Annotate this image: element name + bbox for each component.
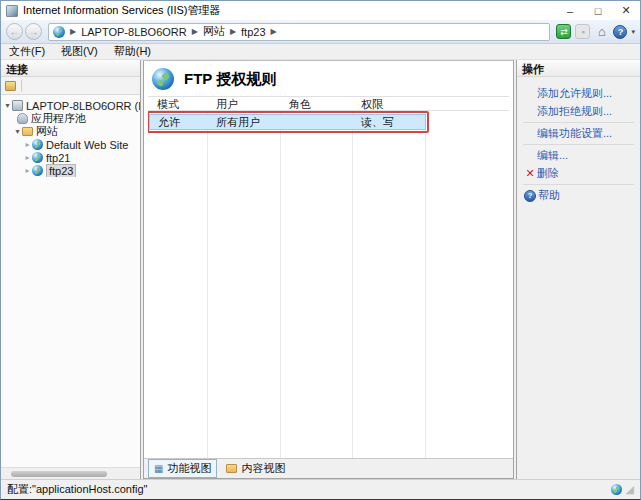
forward-icon[interactable]: → — [25, 23, 42, 40]
tab-label: 内容视图 — [241, 461, 285, 476]
site-globe-icon — [32, 139, 43, 150]
tree-item-app-pools[interactable]: 应用程序池 — [1, 112, 140, 125]
horizontal-scrollbar[interactable] — [1, 467, 140, 479]
home-icon[interactable]: ⌂ — [594, 24, 609, 39]
server-icon — [12, 100, 23, 111]
action-edit[interactable]: 编辑... — [537, 148, 634, 163]
tree-item-label: 应用程序池 — [31, 112, 86, 125]
tree-item-ftp23[interactable]: ▸ ftp23 — [1, 164, 140, 177]
feature-panel: FTP 授权规则 模式 用户 角色 权限 允许 所有用户 — [143, 60, 514, 479]
rule-mode-cell: 允许 — [150, 115, 208, 130]
tree-collapsed-icon[interactable]: ▸ — [23, 153, 32, 162]
tree-item-sites[interactable]: ▾ 网站 — [1, 125, 140, 138]
delete-x-icon: ✕ — [523, 167, 537, 180]
breadcrumb[interactable]: ▶ LAPTOP-8LBO6ORR ▶ 网站 ▶ ftp23 ▶ — [48, 23, 550, 41]
tree-item-label: Default Web Site — [46, 139, 128, 151]
tab-content-view[interactable]: 内容视图 — [221, 460, 290, 477]
breadcrumb-server[interactable]: LAPTOP-8LBO6ORR — [81, 26, 187, 38]
tree-expanded-icon[interactable]: ▾ — [13, 127, 22, 136]
actions-divider — [523, 122, 634, 123]
column-header-permission[interactable]: 权限 — [352, 97, 425, 110]
column-divider — [425, 111, 426, 458]
rule-permission-cell: 读、写 — [353, 115, 425, 130]
connections-panel: 连接 ▾ LAPTOP-8LBO6ORR (LAPTOP-8LB 应用程序池 ▾ — [1, 60, 141, 479]
crumb-separator-icon: ▶ — [70, 27, 76, 36]
column-divider — [352, 111, 353, 458]
address-bar: ← → ▶ LAPTOP-8LBO6ORR ▶ 网站 ▶ ftp23 ▶ ⇄ ▪… — [1, 20, 640, 44]
menu-file[interactable]: 文件(F) — [1, 44, 53, 59]
page-title: FTP 授权规则 — [184, 70, 276, 89]
toolbar-divider — [21, 80, 22, 92]
connections-tree: ▾ LAPTOP-8LBO6ORR (LAPTOP-8LB 应用程序池 ▾ 网站… — [1, 95, 140, 467]
authorization-rule-row[interactable]: 允许 所有用户 读、写 — [149, 114, 426, 130]
close-button[interactable]: ✕ — [612, 1, 640, 20]
help-icon[interactable]: ? — [613, 25, 627, 39]
ftp-feature-globe-icon — [152, 68, 174, 90]
scrollbar-thumb[interactable] — [11, 471, 107, 477]
status-globe-icon — [611, 484, 622, 495]
tab-features-view[interactable]: ▦ 功能视图 — [148, 459, 217, 478]
rules-listview: 模式 用户 角色 权限 允许 所有用户 读、写 — [148, 96, 509, 458]
column-divider — [280, 111, 281, 458]
breadcrumb-ftp23[interactable]: ftp23 — [241, 26, 265, 38]
tree-item-label: 网站 — [36, 125, 58, 138]
column-header-user[interactable]: 用户 — [207, 97, 280, 110]
actions-divider — [523, 144, 634, 145]
action-edit-feature-settings[interactable]: 编辑功能设置... — [537, 126, 634, 141]
tree-collapsed-icon[interactable]: ▸ — [23, 140, 32, 149]
crumb-separator-icon: ▶ — [230, 27, 236, 36]
tree-item-label: LAPTOP-8LBO6ORR (LAPTOP-8LB — [26, 100, 140, 112]
column-divider — [207, 111, 208, 458]
content-area: 连接 ▾ LAPTOP-8LBO6ORR (LAPTOP-8LB 应用程序池 ▾ — [1, 60, 640, 479]
help-question-icon: ? — [524, 190, 536, 202]
resize-grip-icon[interactable]: ◢ — [626, 483, 634, 496]
tree-collapsed-icon[interactable]: ▸ — [23, 166, 32, 175]
globe-icon — [53, 26, 65, 38]
actions-list: 添加允许规则... 添加拒绝规则... 编辑功能设置... 编辑... ✕ 删除… — [517, 77, 640, 206]
site-globe-icon — [32, 165, 43, 176]
action-delete[interactable]: ✕ 删除 — [523, 166, 634, 181]
help-dropdown-caret-icon[interactable]: ▾ — [631, 28, 635, 36]
site-globe-icon — [32, 152, 43, 163]
action-label: 删除 — [537, 166, 559, 181]
crumb-separator-icon: ▶ — [192, 27, 198, 36]
folder-icon — [22, 127, 33, 136]
column-header-mode[interactable]: 模式 — [148, 97, 207, 110]
feature-header: FTP 授权规则 — [144, 61, 513, 96]
menu-bar: 文件(F) 视图(V) 帮助(H) — [1, 44, 640, 60]
restart-icon[interactable]: ⇄ — [556, 24, 571, 39]
tree-item-server[interactable]: ▾ LAPTOP-8LBO6ORR (LAPTOP-8LB — [1, 99, 140, 112]
menu-view[interactable]: 视图(V) — [53, 44, 106, 59]
tree-expanded-icon[interactable]: ▾ — [3, 101, 12, 110]
action-add-allow-rule[interactable]: 添加允许规则... — [537, 86, 634, 101]
rule-user-cell: 所有用户 — [208, 115, 281, 130]
menu-help[interactable]: 帮助(H) — [106, 44, 159, 59]
back-icon[interactable]: ← — [6, 23, 23, 40]
action-help[interactable]: ? 帮助 — [523, 188, 634, 203]
tree-item-ftp21[interactable]: ▸ ftp21 — [1, 151, 140, 164]
content-view-folder-icon — [226, 464, 237, 473]
tab-label: 功能视图 — [167, 461, 211, 476]
tree-item-label-selected: ftp23 — [46, 164, 76, 177]
action-label: 帮助 — [538, 188, 560, 203]
breadcrumb-sites[interactable]: 网站 — [203, 24, 225, 39]
title-bar: Internet Information Services (IIS)管理器 –… — [1, 1, 640, 20]
save-connections-icon[interactable] — [5, 81, 16, 91]
stop-icon: ▪ — [575, 24, 590, 39]
status-bar: 配置:"applicationHost.config" ◢ — [1, 479, 640, 499]
minimize-button[interactable]: – — [556, 1, 584, 20]
actions-title: 操作 — [517, 60, 640, 77]
connections-title: 连接 — [1, 60, 140, 77]
column-header-role[interactable]: 角色 — [280, 97, 352, 110]
application-pools-icon — [17, 113, 28, 124]
window-title: Internet Information Services (IIS)管理器 — [23, 3, 556, 18]
features-view-grid-icon: ▦ — [154, 463, 163, 474]
tree-item-label: ftp21 — [46, 152, 70, 164]
crumb-separator-icon: ▶ — [271, 27, 277, 36]
maximize-button[interactable]: □ — [584, 1, 612, 20]
action-add-deny-rule[interactable]: 添加拒绝规则... — [537, 104, 634, 119]
actions-divider — [523, 184, 634, 185]
iis-manager-window: Internet Information Services (IIS)管理器 –… — [0, 0, 641, 500]
view-tabs-bar: ▦ 功能视图 内容视图 — [144, 458, 513, 478]
tree-item-default-web-site[interactable]: ▸ Default Web Site — [1, 138, 140, 151]
